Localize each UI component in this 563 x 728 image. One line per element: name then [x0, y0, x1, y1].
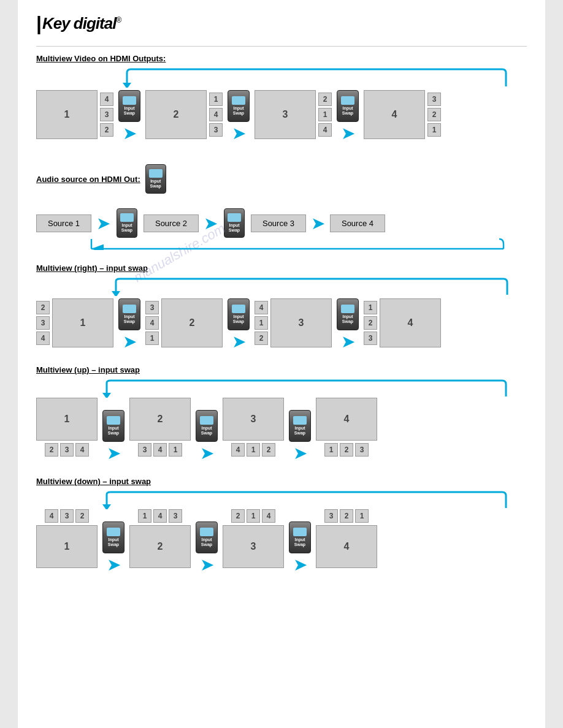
- mvr-side-2-bot: 1: [145, 332, 159, 345]
- mvd-unit-4: 3 2 1 4: [316, 509, 377, 568]
- swap-label-3: InputSwap: [342, 106, 353, 116]
- audio-swap-label-3: InputSwap: [229, 223, 240, 233]
- mvd-top-2a: 1: [138, 509, 151, 523]
- mv-unit-3: 3 2 1 4: [255, 90, 332, 139]
- mvu-swap-label-1: InputSwap: [108, 426, 119, 436]
- audio-source-1: Source 1: [36, 214, 91, 232]
- mvr-side-1-bot: 4: [36, 332, 50, 345]
- arrow-right-3: ➤: [341, 123, 355, 143]
- mv-side-2-top: 1: [209, 93, 223, 106]
- swap-label-2: InputSwap: [233, 106, 244, 116]
- mvu-swap-screen-3: [293, 416, 307, 425]
- mvr-main-4: 4: [380, 298, 441, 347]
- section-mv-down: Multiview (down) – input swap 4 3 2 1: [36, 477, 527, 575]
- mvu-bot-2b: 4: [153, 443, 167, 457]
- mvd-unit-1: 4 3 2 1: [36, 509, 98, 568]
- mvu-swap-device-3[interactable]: InputSwap: [289, 410, 311, 442]
- mvr-swap-arrow-2: InputSwap ➤: [228, 298, 250, 352]
- mvr-side-2-mid: 4: [145, 316, 159, 330]
- audio-input-swap-3[interactable]: InputSwap: [224, 208, 245, 238]
- mvr-swap-3[interactable]: InputSwap: [337, 298, 359, 330]
- bottom-curve-mv: [36, 143, 527, 151]
- mv-down-top-svg: [36, 491, 527, 509]
- mv-down-row: 4 3 2 1 InputSwap ➤ 1 4 3: [36, 509, 527, 575]
- swap-label-1: InputSwap: [124, 106, 135, 116]
- audio-input-swap-device[interactable]: InputSwap: [145, 164, 166, 194]
- logo-bracket: |: [36, 12, 41, 35]
- audio-bottom-curve: [36, 238, 527, 250]
- mv-up-row: 1 2 3 4 InputSwap ➤ 2 3 4: [36, 398, 527, 463]
- audio-swap-screen-3: [228, 213, 241, 222]
- section-title-multiview-video: Multiview Video on HDMI Outputs:: [36, 54, 527, 63]
- section-audio-source: Audio source on HDMI Out: InputSwap Sour…: [36, 164, 527, 250]
- mvd-top-3b: 1: [247, 509, 260, 523]
- mvd-top-3a: 2: [231, 509, 245, 523]
- mvr-main-3: 3: [270, 298, 332, 347]
- mvd-swap-device-3[interactable]: InputSwap: [289, 521, 311, 553]
- mvr-swap-screen-2: [232, 305, 245, 313]
- mv-unit-2: 2 1 4 3: [145, 90, 223, 139]
- mvu-unit-2: 2 3 4 1: [129, 398, 191, 457]
- mvd-unit-2: 1 4 3 2: [129, 509, 191, 568]
- svg-marker-5: [112, 291, 120, 296]
- section-mv-right: Multiview (right) – input swap 2 3 4: [36, 264, 527, 352]
- mv-side-1: 4 3 2: [100, 93, 113, 137]
- section-mv-up: Multiview (up) – input swap 1 2 3 4: [36, 365, 527, 463]
- arrow-right-2: ➤: [232, 123, 246, 143]
- mvr-side-3-bot: 2: [255, 332, 268, 345]
- audio-curve-svg: [36, 197, 515, 207]
- audio-input-swap-2[interactable]: InputSwap: [117, 208, 137, 238]
- mvr-side-3-top: 4: [255, 301, 268, 314]
- mvu-bot-4a: 1: [324, 443, 338, 457]
- mvu-arrow-3: ➤: [293, 443, 307, 463]
- mvr-swap-label-3: InputSwap: [342, 314, 353, 325]
- swap-screen-2: [232, 96, 245, 105]
- mvr-main-1: 1: [52, 298, 113, 347]
- mvd-top-1c: 2: [75, 509, 89, 523]
- mvr-side-1-top: 2: [36, 301, 50, 314]
- mvd-top-1a: 4: [45, 509, 58, 523]
- mvr-swap-2[interactable]: InputSwap: [228, 298, 250, 330]
- section-multiview-video: Multiview Video on HDMI Outputs: 1: [36, 54, 527, 151]
- mvr-swap-1[interactable]: InputSwap: [118, 298, 140, 330]
- mvu-bot-1b: 3: [60, 443, 74, 457]
- swap-arrow-1: InputSwap ➤: [118, 90, 140, 143]
- mv-main-3: 3: [255, 90, 316, 139]
- mvu-bottom-4: 1 2 3: [324, 443, 369, 457]
- mvu-bot-2c: 1: [169, 443, 182, 457]
- mvd-top-4b: 2: [340, 509, 353, 523]
- input-swap-device-2[interactable]: InputSwap: [228, 90, 250, 122]
- mvd-swap-device-2[interactable]: InputSwap: [196, 521, 218, 553]
- mvu-arrow-2: ➤: [200, 443, 214, 463]
- mv-side-4: 3 2 1: [427, 93, 441, 137]
- input-swap-device-3[interactable]: InputSwap: [337, 90, 359, 122]
- mvu-swap-device-1[interactable]: InputSwap: [102, 410, 124, 442]
- mvr-side-3: 4 1 2: [255, 301, 268, 345]
- swap-arrow-2: InputSwap ➤: [228, 90, 250, 143]
- mvr-swap-screen-1: [123, 305, 136, 313]
- input-swap-device-1[interactable]: InputSwap: [118, 90, 140, 122]
- mvu-swap-3: InputSwap ➤: [289, 410, 311, 463]
- mvu-unit-3: 3 4 1 2: [223, 398, 284, 457]
- mvd-arrow-2: ➤: [200, 555, 214, 575]
- mv-side-1-bot: 2: [100, 123, 113, 137]
- mvu-swap-device-2[interactable]: InputSwap: [196, 410, 218, 442]
- audio-arrow-3: ➤: [311, 213, 325, 233]
- audio-source-3: Source 3: [251, 214, 306, 232]
- mvd-main-1: 1: [36, 525, 98, 568]
- mvd-swap-device-1[interactable]: InputSwap: [102, 521, 124, 553]
- mvd-arrow-3: ➤: [293, 555, 307, 575]
- swap-screen-3: [341, 96, 354, 105]
- mvu-swap-screen-2: [200, 416, 213, 425]
- swap-screen-1: [123, 96, 136, 105]
- mvu-bottom-2: 3 4 1: [138, 443, 182, 457]
- mvr-side-3-mid: 1: [255, 316, 268, 330]
- mvd-top-2: 1 4 3: [138, 509, 182, 523]
- mvd-swap-2: InputSwap ➤: [196, 521, 218, 575]
- mvd-arrow-1: ➤: [107, 555, 121, 575]
- mvd-top-1b: 3: [60, 509, 74, 523]
- mvu-arrow-1: ➤: [107, 443, 121, 463]
- mv-side-4-top: 3: [427, 93, 441, 106]
- mvd-swap-label-2: InputSwap: [201, 537, 212, 548]
- mvu-main-2: 2: [129, 398, 191, 441]
